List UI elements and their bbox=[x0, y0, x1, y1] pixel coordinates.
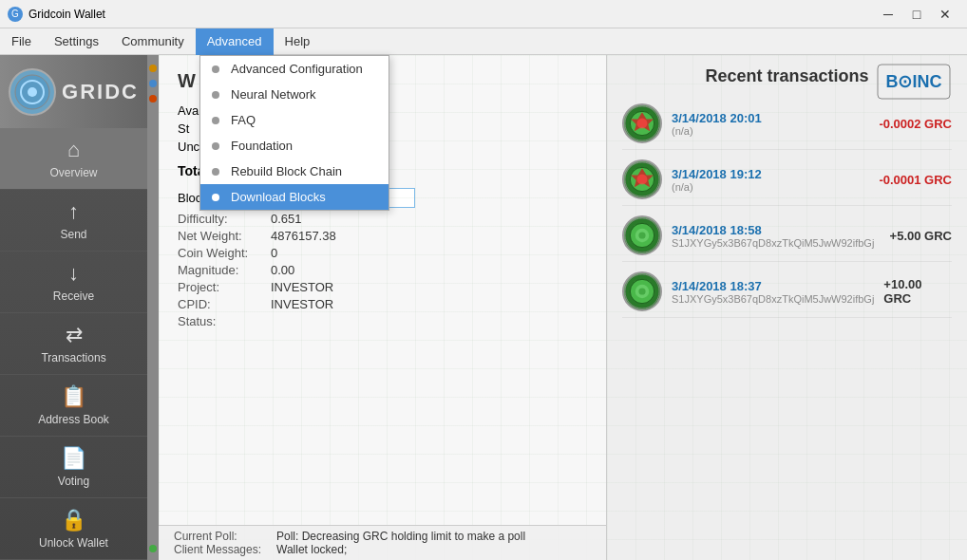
tx-amount: -0.0001 GRC bbox=[879, 173, 952, 187]
svg-point-10 bbox=[637, 175, 648, 185]
main-layout: GRIDC ⌂ Overview ↑ Send ↓ Receive ⇄ Tran… bbox=[0, 55, 967, 560]
svg-point-18 bbox=[638, 288, 645, 294]
send-icon: ↑ bbox=[68, 199, 79, 224]
svg-point-14 bbox=[638, 232, 645, 238]
client-messages-row: Client Messages: Wallet locked; bbox=[174, 543, 591, 556]
magnitude-row: Magnitude: 0.00 bbox=[178, 263, 587, 277]
sidebar-item-transactions[interactable]: ⇄ Transactions bbox=[0, 313, 147, 375]
sidebar-item-address-book[interactable]: 📋 Address Book bbox=[0, 375, 147, 437]
unlock-wallet-icon: 🔒 bbox=[61, 508, 86, 532]
tx-details: 3/14/2018 18:37 S1JXYGy5x3B67qD8xzTkQiM5… bbox=[672, 279, 874, 305]
tx-amount: +10.00 GRC bbox=[883, 277, 952, 306]
sidebar-item-voting[interactable]: 📄 Voting bbox=[0, 437, 147, 498]
window-title: Gridcoin Wallet bbox=[28, 8, 105, 21]
table-row: 3/14/2018 18:58 S1JXYGy5x3B67qD8xzTkQiM5… bbox=[622, 210, 952, 262]
overview-icon: ⌂ bbox=[67, 138, 80, 162]
sidebar-item-unlock-wallet[interactable]: 🔒 Unlock Wallet bbox=[0, 498, 147, 560]
difficulty-row: Difficulty: 0.651 bbox=[178, 212, 587, 226]
coin-weight-row: Coin Weight: 0 bbox=[178, 246, 587, 260]
tx-sub: S1JXYGy5x3B67qD8xzTkQiM5JwW92ifbGj bbox=[672, 293, 874, 305]
sidebar-item-receive[interactable]: ↓ Receive bbox=[0, 252, 147, 313]
bottom-bar: Current Poll: Poll: Decreasing GRC holdi… bbox=[159, 525, 606, 560]
boinc-logo: B⊙INC bbox=[876, 63, 952, 101]
project-row: Project: INVESTOR bbox=[178, 280, 587, 294]
title-bar: G Gridcoin Wallet ─ □ ✕ bbox=[0, 0, 967, 28]
tx-amount: -0.0002 GRC bbox=[879, 117, 952, 131]
tx-date: 3/14/2018 19:12 bbox=[672, 167, 869, 181]
tx-details: 3/14/2018 19:12 (n/a) bbox=[672, 167, 869, 193]
close-button[interactable]: ✕ bbox=[931, 0, 959, 28]
sidebar-item-overview[interactable]: ⌂ Overview bbox=[0, 128, 147, 190]
address-book-icon: 📋 bbox=[61, 384, 86, 409]
status-dot-ok bbox=[149, 545, 157, 552]
sidebar: GRIDC ⌂ Overview ↑ Send ↓ Receive ⇄ Tran… bbox=[0, 55, 147, 560]
current-poll-row: Current Poll: Poll: Decreasing GRC holdi… bbox=[174, 530, 591, 543]
dropdown-advanced-config[interactable]: Advanced Configuration bbox=[200, 56, 389, 82]
menu-help[interactable]: Help bbox=[274, 28, 322, 55]
current-poll-label: Current Poll: bbox=[174, 530, 269, 543]
tx-date: 3/14/2018 20:01 bbox=[672, 111, 869, 125]
tx-date: 3/14/2018 18:58 bbox=[672, 223, 881, 237]
cpid-row: CPID: INVESTOR bbox=[178, 297, 587, 311]
advanced-dropdown: Advanced Configuration Neural Network FA… bbox=[199, 55, 389, 211]
dropdown-foundation[interactable]: Foundation bbox=[200, 133, 389, 159]
status-field-row: Status: bbox=[178, 314, 587, 328]
svg-text:B⊙INC: B⊙INC bbox=[886, 72, 942, 91]
tx-coin-icon bbox=[622, 159, 662, 199]
tx-amount: +5.00 GRC bbox=[890, 229, 952, 243]
status-dot-lock bbox=[149, 65, 157, 72]
tx-sub: (n/a) bbox=[672, 125, 869, 137]
minimize-button[interactable]: ─ bbox=[874, 0, 902, 28]
dropdown-rebuild-blockchain[interactable]: Rebuild Block Chain bbox=[200, 159, 389, 184]
status-dot-warn bbox=[149, 95, 157, 103]
tx-sub: S1JXYGy5x3B67qD8xzTkQiM5JwW92ifbGj bbox=[672, 237, 881, 249]
client-messages-label: Client Messages: bbox=[174, 543, 269, 556]
boinc-area: B⊙INC bbox=[876, 63, 952, 101]
menu-advanced[interactable]: Advanced bbox=[196, 28, 274, 55]
menu-file[interactable]: File bbox=[0, 28, 43, 55]
window-controls: ─ □ ✕ bbox=[874, 0, 959, 28]
tx-details: 3/14/2018 20:01 (n/a) bbox=[672, 111, 869, 137]
tx-coin-icon bbox=[622, 271, 662, 311]
net-weight-row: Net Weight: 4876157.38 bbox=[178, 229, 587, 243]
receive-icon: ↓ bbox=[68, 261, 79, 286]
status-strip bbox=[147, 55, 159, 560]
menu-bar: File Settings Community Advanced Help Ad… bbox=[0, 28, 967, 55]
transaction-list: 3/14/2018 20:01 (n/a) -0.0002 GRC 3/14/2 bbox=[622, 98, 952, 318]
tx-date: 3/14/2018 18:37 bbox=[672, 279, 874, 293]
tx-details: 3/14/2018 18:58 S1JXYGy5x3B67qD8xzTkQiM5… bbox=[672, 223, 881, 249]
logo-text: GRIDC bbox=[62, 80, 139, 104]
logo-circle bbox=[9, 68, 56, 116]
app-icon: G bbox=[8, 7, 23, 22]
tx-coin-icon bbox=[622, 103, 662, 143]
table-row: 3/14/2018 20:01 (n/a) -0.0002 GRC bbox=[622, 98, 952, 150]
dropdown-download-blocks[interactable]: Download Blocks bbox=[200, 184, 389, 210]
transactions-icon: ⇄ bbox=[66, 323, 83, 347]
voting-icon: 📄 bbox=[61, 446, 86, 471]
logo-area: GRIDC bbox=[0, 55, 147, 128]
table-row: 3/14/2018 18:37 S1JXYGy5x3B67qD8xzTkQiM5… bbox=[622, 266, 952, 318]
sidebar-item-send[interactable]: ↑ Send bbox=[0, 190, 147, 252]
client-messages-value: Wallet locked; bbox=[276, 543, 347, 556]
status-abbr: St bbox=[178, 121, 189, 136]
svg-point-7 bbox=[637, 119, 648, 129]
maximize-button[interactable]: □ bbox=[902, 0, 931, 28]
tx-sub: (n/a) bbox=[672, 181, 869, 193]
sidebar-nav: ⌂ Overview ↑ Send ↓ Receive ⇄ Transactio… bbox=[0, 128, 147, 560]
table-row: 3/14/2018 19:12 (n/a) -0.0001 GRC bbox=[622, 154, 952, 206]
menu-settings[interactable]: Settings bbox=[43, 28, 110, 55]
current-poll-value: Poll: Decreasing GRC holding limit to ma… bbox=[276, 530, 525, 543]
dropdown-neural-network[interactable]: Neural Network bbox=[200, 82, 389, 107]
detail-grid: Difficulty: 0.651 Net Weight: 4876157.38… bbox=[178, 212, 587, 328]
svg-point-2 bbox=[28, 87, 37, 97]
status-dot-sync bbox=[149, 80, 157, 87]
right-panel: B⊙INC Recent transactions 3/14/2018 20:0… bbox=[606, 55, 967, 560]
dropdown-faq[interactable]: FAQ bbox=[200, 107, 389, 133]
menu-community[interactable]: Community bbox=[110, 28, 196, 55]
tx-coin-icon bbox=[622, 215, 662, 255]
